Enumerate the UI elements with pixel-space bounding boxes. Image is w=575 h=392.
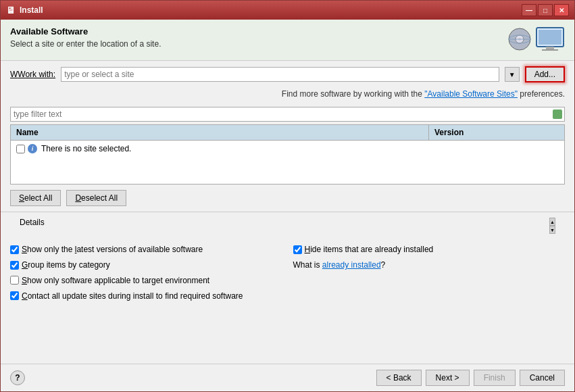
details-header: Details: [20, 218, 45, 231]
window-title: Install: [20, 5, 43, 15]
more-software-suffix: preferences.: [520, 89, 565, 99]
install-window: 🖥 Install — □ ✕ Available Software Selec…: [0, 0, 575, 392]
main-content: Available Software Select a site or ente…: [1, 20, 574, 391]
more-software-row: Find more software by working with the "…: [1, 88, 574, 104]
software-table: Name Version i There is no site selected…: [10, 124, 565, 185]
option-hide-installed: Hide items that are already installed: [293, 243, 566, 256]
option-show-latest-checkbox[interactable]: [10, 245, 19, 254]
available-software-subtitle: Select a site or enter the location of a…: [10, 39, 161, 49]
option-target-env: Show only software applicable to target …: [10, 274, 282, 287]
finish-button[interactable]: Finish: [474, 370, 516, 386]
option-group-category: Group items by category: [10, 259, 282, 272]
column-name-header: Name: [11, 125, 429, 140]
svg-rect-7: [546, 47, 554, 49]
close-button[interactable]: ✕: [554, 4, 569, 16]
window-controls: — □ ✕: [522, 4, 569, 16]
workwith-input[interactable]: [61, 67, 499, 82]
title-icon: 🖥: [6, 5, 16, 16]
option-target-env-checkbox[interactable]: [10, 276, 19, 285]
minimize-button[interactable]: —: [522, 4, 536, 16]
row-checkbox[interactable]: [16, 145, 25, 153]
table-header: Name Version: [11, 125, 564, 141]
header-text: Available Software Select a site or ente…: [10, 26, 161, 49]
header-section: Available Software Select a site or ente…: [1, 20, 574, 61]
maximize-button[interactable]: □: [538, 4, 553, 16]
available-software-title: Available Software: [10, 26, 161, 36]
filter-indicator: [553, 109, 562, 119]
cd-icon: [507, 27, 532, 51]
filter-row: [1, 104, 574, 124]
more-software-prefix: Find more software by working with the: [282, 89, 424, 99]
add-button[interactable]: Add...: [525, 66, 565, 82]
footer: ? < Back Next > Finish Cancel: [1, 364, 574, 391]
workwith-section: WWork with: ▼ Add...: [1, 61, 574, 88]
options-grid: Show only the latest versions of availab…: [1, 241, 574, 305]
svg-rect-8: [542, 49, 558, 51]
select-buttons-row: Select All Deselect All: [1, 185, 574, 212]
option-group-category-checkbox[interactable]: [10, 261, 19, 270]
help-button[interactable]: ?: [10, 370, 25, 385]
info-icon: i: [28, 144, 37, 153]
option-what-is-installed: What is already installed?: [293, 259, 566, 272]
workwith-dropdown[interactable]: ▼: [505, 67, 520, 82]
details-scrollable: Details ▲ ▼: [10, 215, 565, 235]
deselect-all-button[interactable]: Deselect All: [66, 190, 126, 206]
already-installed-link[interactable]: already installed: [322, 260, 381, 270]
cancel-button[interactable]: Cancel: [520, 370, 565, 386]
option-contact-update: Contact all update sites during install …: [10, 289, 282, 302]
header-icon-area: [507, 26, 565, 52]
title-bar: 🖥 Install — □ ✕: [1, 1, 574, 20]
table-row: i There is no site selected.: [11, 141, 564, 157]
scrollbar-up[interactable]: ▲: [549, 218, 555, 226]
filter-input[interactable]: [10, 107, 565, 122]
workwith-label: WWork with:: [10, 70, 55, 79]
nav-buttons: < Back Next > Finish Cancel: [376, 370, 565, 386]
next-button[interactable]: Next >: [426, 370, 470, 386]
option-show-latest: Show only the latest versions of availab…: [10, 243, 282, 256]
column-version-header: Version: [429, 125, 564, 140]
svg-rect-6: [539, 30, 561, 45]
spacer: [1, 305, 574, 364]
option-hide-installed-checkbox[interactable]: [293, 245, 302, 254]
monitor-icon: [535, 26, 565, 52]
available-software-sites-link[interactable]: "Available Software Sites": [424, 89, 518, 99]
details-section: Details ▲ ▼: [1, 212, 574, 241]
back-button[interactable]: < Back: [376, 370, 422, 386]
option-contact-update-checkbox[interactable]: [10, 291, 19, 300]
scrollbar-down[interactable]: ▼: [549, 226, 555, 234]
select-all-button[interactable]: Select All: [10, 190, 61, 206]
no-site-label: There is no site selected.: [41, 144, 131, 153]
